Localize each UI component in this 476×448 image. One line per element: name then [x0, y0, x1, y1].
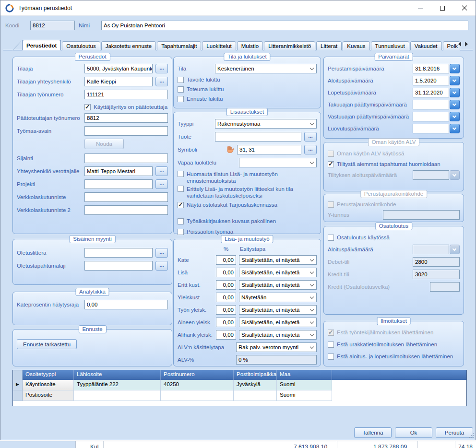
lisa-mode-combobox[interactable]: Sisällytetään, ei näytetä: [239, 268, 317, 277]
lisa-pct-field[interactable]: 0,00: [216, 268, 236, 277]
row-selector[interactable]: [13, 390, 23, 401]
paatoteuttaja-checkbox[interactable]: [84, 104, 91, 110]
takuuajan-pvm-field[interactable]: [413, 100, 449, 109]
tab-vakuudet[interactable]: Vakuudet: [410, 41, 442, 50]
tab-litteranimikkeisto[interactable]: Litteranimikkeistö: [264, 41, 315, 50]
ennuste-lukittu-checkbox[interactable]: [178, 96, 184, 102]
oletuslittera-field[interactable]: [84, 248, 153, 258]
cell-maa[interactable]: Suomi: [277, 390, 332, 401]
koodi-field[interactable]: 8812: [30, 21, 75, 30]
symboli-browse-button[interactable]: ...: [304, 145, 317, 154]
esta-aloitus-lopetusilmoitus-checkbox[interactable]: [328, 354, 334, 360]
tab-tunnusluvut[interactable]: Tunnusluvut: [371, 41, 409, 50]
oletustapahtumalaji-field[interactable]: [84, 261, 153, 271]
tab-perustiedot[interactable]: Perustiedot: [22, 40, 61, 50]
tilitysta-aiemmat-checkbox[interactable]: [328, 161, 334, 167]
close-button[interactable]: [453, 0, 476, 16]
cell-postinumero[interactable]: 40250: [161, 380, 234, 390]
oman-alv-kaytossa-checkbox[interactable]: [328, 151, 334, 157]
osatuloutus-aloituspvm-datepicker-button[interactable]: [450, 245, 460, 254]
perustamispvm-field[interactable]: 31.8.2016: [413, 64, 449, 73]
current-row-marker[interactable]: ▶: [13, 380, 23, 390]
eritt-kust-mode-combobox[interactable]: Sisällytetään, ei näytetä: [239, 280, 317, 290]
tab-muistio[interactable]: Muistio: [237, 41, 263, 50]
nouda-button[interactable]: Nouda: [84, 139, 124, 149]
paatoteuttajan-tyonumero-field[interactable]: 8812: [84, 113, 168, 123]
oletustapahtumalaji-browse-button[interactable]: ...: [155, 261, 168, 271]
ennuste-tarkastettu-button[interactable]: Ennuste tarkastettu: [17, 339, 77, 349]
col-postinumero[interactable]: Postinumero: [161, 370, 234, 380]
verkkolaskutunniste2-field[interactable]: [84, 205, 168, 215]
aineen-yleisk-pct-field[interactable]: 0,00: [216, 318, 236, 327]
tab-tapahtumalajit[interactable]: Tapahtumalajit: [157, 41, 201, 50]
aloituspvm-field[interactable]: 1.5.2020: [413, 76, 449, 85]
symboli-field[interactable]: 31, 31: [237, 145, 301, 154]
nimi-field[interactable]: As Oy Puistolan Pehtoori: [101, 21, 468, 30]
tab-litterat[interactable]: Litterat: [316, 41, 342, 50]
nayta-ostolaskut-checkbox[interactable]: [178, 202, 184, 208]
table-row[interactable]: Postiosoite Suomi: [13, 390, 466, 401]
cell-lahiosoite[interactable]: [74, 390, 161, 401]
tab-scroll-left-icon[interactable]: [458, 42, 461, 47]
cell-postitoimipaikka[interactable]: Jyväskylä: [234, 380, 277, 390]
esta-urakkatietoilmoitus-checkbox[interactable]: [328, 342, 334, 348]
verkkolaskutunniste-field[interactable]: [84, 192, 168, 202]
perustajaurakointikohde-checkbox[interactable]: [328, 201, 334, 208]
col-maa[interactable]: Maa: [277, 370, 332, 380]
tab-jaksotettu-ennuste[interactable]: Jaksotettu ennuste: [101, 41, 156, 50]
tilaaja-browse-button[interactable]: ...: [155, 64, 168, 73]
tyon-yleisk-pct-field[interactable]: 0,00: [216, 305, 236, 315]
tyon-yleisk-mode-combobox[interactable]: Sisällytetään, ei näytetä: [239, 305, 317, 315]
erittely-checkbox[interactable]: [178, 186, 184, 192]
luovutuspvm-datepicker-button[interactable]: [450, 124, 460, 133]
perustamispvm-datepicker-button[interactable]: [450, 64, 460, 73]
vastuuajan-pvm-field[interactable]: [413, 112, 449, 121]
huomauta-checkbox[interactable]: [178, 171, 184, 177]
col-lahiosoite[interactable]: Lähiosoite: [74, 370, 161, 380]
verottaja-field[interactable]: Matti-Teppo Mestari: [84, 166, 153, 176]
col-osoitetyyppi[interactable]: Osoitetyyppi: [23, 370, 74, 380]
cell-maa[interactable]: Suomi: [277, 380, 332, 390]
peruuta-button[interactable]: Peruuta: [436, 427, 473, 438]
verottaja-browse-button[interactable]: ...: [155, 166, 168, 176]
tab-osatuloutus[interactable]: Osatuloutus: [62, 41, 100, 50]
alihank-yleisk-mode-combobox[interactable]: Sisällytetään, ei näytetä: [239, 330, 317, 340]
alihank-yleisk-pct-field[interactable]: 0,00: [216, 330, 236, 340]
resize-grip[interactable]: [469, 433, 474, 438]
kate-mode-combobox[interactable]: Sisällytetään, ei näytetä: [239, 255, 317, 265]
tab-scroll-right-icon[interactable]: [465, 42, 468, 47]
alv-kasittelytapa-combobox[interactable]: Rak.palv. veroton myynti: [236, 342, 317, 352]
tallenna-button[interactable]: Tallenna: [354, 427, 392, 438]
tila-combobox[interactable]: Keskeneräinen: [215, 64, 317, 73]
tyomaa-avain-field[interactable]: [84, 126, 168, 136]
oletuslittera-browse-button[interactable]: ...: [155, 248, 168, 258]
lopetuspvm-field[interactable]: 31.12.2020: [413, 88, 449, 97]
takuuajan-pvm-datepicker-button[interactable]: [450, 100, 460, 109]
vapaa-luokittelu-combobox[interactable]: [239, 158, 317, 167]
maximize-button[interactable]: [431, 0, 453, 16]
cell-postinumero[interactable]: [161, 390, 234, 401]
tilaaja-field[interactable]: 5000, Jyväskylän Kaupunki: [84, 64, 153, 73]
tavoite-lukittu-checkbox[interactable]: [178, 77, 184, 83]
tyoaikakirjaus-checkbox[interactable]: [178, 218, 184, 224]
vastuuajan-pvm-datepicker-button[interactable]: [450, 112, 460, 121]
eritt-kust-pct-field[interactable]: 0,00: [216, 280, 236, 290]
sijainti-field[interactable]: [84, 153, 168, 163]
poissaolon-tyomaa-checkbox[interactable]: [178, 229, 184, 235]
kate-pct-field[interactable]: 0,00: [216, 255, 236, 265]
minimize-button[interactable]: [409, 0, 431, 16]
ok-button[interactable]: Ok: [395, 427, 432, 438]
kateprosentti-field[interactable]: 0,00: [84, 300, 168, 309]
aineen-yleisk-mode-combobox[interactable]: Sisällytetään, ei näytetä: [239, 318, 317, 327]
projekti-field[interactable]: [84, 179, 153, 189]
yhteyshenkilo-browse-button[interactable]: ...: [155, 77, 168, 86]
lopetuspvm-datepicker-button[interactable]: [450, 88, 460, 97]
cell-osoitetyyppi[interactable]: Käyntiosoite: [23, 380, 74, 390]
tab-luokittelut[interactable]: Luokittelut: [202, 41, 236, 50]
toteuma-lukittu-checkbox[interactable]: [178, 86, 184, 93]
cell-osoitetyyppi[interactable]: Postiosoite: [23, 390, 74, 401]
aloituspvm-datepicker-button[interactable]: [450, 76, 460, 85]
yleiskust-pct-field[interactable]: 0,00: [216, 293, 236, 302]
tilaajan-tyonumero-field[interactable]: 111121: [84, 90, 168, 99]
cell-postitoimipaikka[interactable]: [234, 390, 277, 401]
